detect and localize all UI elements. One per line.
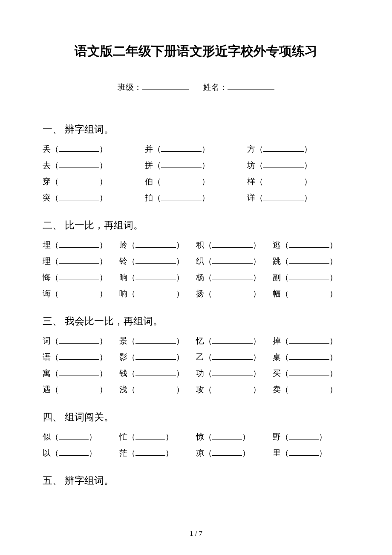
section-4-rows: 似（） 忙（） 惊（） 野（） 以（） 茫（） 凉（） 里（） — [43, 429, 349, 461]
blank[interactable] — [212, 367, 253, 376]
table-row: 诲（） 响（） 扬（） 幅（） — [43, 286, 349, 302]
fill-item: 拍（） — [145, 190, 247, 206]
blank[interactable] — [212, 272, 253, 280]
blank[interactable] — [59, 255, 99, 264]
fill-item: 似（） — [43, 429, 119, 445]
blank[interactable] — [135, 351, 176, 360]
blank[interactable] — [59, 239, 99, 248]
fill-item: 响（） — [119, 286, 196, 302]
name-input-line[interactable] — [228, 81, 274, 90]
blank[interactable] — [212, 384, 253, 392]
fill-item: 忆（） — [196, 333, 273, 349]
blank[interactable] — [263, 176, 304, 184]
table-row: 悔（） 晌（） 杨（） 副（） — [43, 269, 349, 286]
blank[interactable] — [212, 351, 253, 360]
fill-item: 跳（） — [273, 253, 349, 269]
blank[interactable] — [135, 367, 176, 376]
blank[interactable] — [135, 447, 165, 456]
blank[interactable] — [59, 431, 89, 439]
blank[interactable] — [289, 335, 329, 344]
blank[interactable] — [212, 239, 253, 248]
section-1-rows: 丢（） 并（） 方（） 去（） 拼（） 坊（） 穿（） 伯（） 样（） 突（） … — [43, 141, 349, 206]
blank[interactable] — [59, 351, 99, 360]
fill-item: 铃（） — [119, 253, 196, 269]
blank[interactable] — [289, 255, 329, 264]
blank[interactable] — [59, 192, 99, 200]
blank[interactable] — [135, 335, 176, 344]
fill-item: 晌（） — [119, 269, 196, 286]
blank[interactable] — [161, 176, 202, 184]
blank[interactable] — [161, 143, 202, 152]
fill-item: 丢（） — [43, 141, 145, 157]
table-row: 去（） 拼（） 坊（） — [43, 157, 349, 173]
blank[interactable] — [289, 384, 329, 392]
blank[interactable] — [212, 447, 242, 456]
class-label: 班级： — [118, 83, 142, 92]
blank[interactable] — [212, 288, 253, 296]
blank[interactable] — [59, 159, 99, 168]
section-4-heading: 四、 组词闯关。 — [43, 410, 349, 424]
blank[interactable] — [289, 351, 329, 360]
section-2-heading: 二、 比一比，再组词。 — [43, 219, 349, 232]
blank[interactable] — [135, 384, 176, 392]
fill-item: 理（） — [43, 253, 119, 269]
blank[interactable] — [59, 288, 99, 296]
blank[interactable] — [59, 335, 99, 344]
fill-item: 突（） — [43, 190, 145, 206]
fill-item: 方（） — [247, 141, 349, 157]
fill-item: 积（） — [196, 237, 273, 253]
blank[interactable] — [212, 255, 253, 264]
fill-item: 野（） — [273, 429, 349, 445]
blank[interactable] — [212, 431, 242, 439]
fill-item: 遇（） — [43, 382, 119, 398]
blank[interactable] — [161, 192, 202, 200]
table-row: 突（） 拍（） 详（） — [43, 190, 349, 206]
fill-item: 岭（） — [119, 237, 196, 253]
blank[interactable] — [135, 255, 176, 264]
fill-item: 穿（） — [43, 173, 145, 190]
blank[interactable] — [59, 367, 99, 376]
blank[interactable] — [59, 447, 89, 456]
fill-item: 坊（） — [247, 157, 349, 173]
blank[interactable] — [289, 272, 329, 280]
blank[interactable] — [263, 143, 304, 152]
fill-item: 语（） — [43, 349, 119, 365]
fill-item: 样（） — [247, 173, 349, 190]
blank[interactable] — [59, 272, 99, 280]
blank[interactable] — [135, 239, 176, 248]
fill-item: 凉（） — [196, 445, 273, 461]
blank[interactable] — [289, 367, 329, 376]
fill-item: 并（） — [145, 141, 247, 157]
blank[interactable] — [135, 431, 165, 439]
class-input-line[interactable] — [142, 81, 189, 90]
blank[interactable] — [212, 335, 253, 344]
table-row: 穿（） 伯（） 样（） — [43, 173, 349, 190]
fill-item: 扬（） — [196, 286, 273, 302]
student-meta: 班级： 姓名： — [43, 81, 349, 93]
fill-item: 副（） — [273, 269, 349, 286]
fill-item: 影（） — [119, 349, 196, 365]
table-row: 词（） 景（） 忆（） 掉（） — [43, 333, 349, 349]
blank[interactable] — [59, 384, 99, 392]
blank[interactable] — [161, 159, 202, 168]
fill-item: 买（） — [273, 365, 349, 382]
blank[interactable] — [59, 143, 99, 152]
fill-item: 寓（） — [43, 365, 119, 382]
name-label: 姓名： — [203, 83, 228, 92]
fill-item: 诲（） — [43, 286, 119, 302]
blank[interactable] — [289, 447, 319, 456]
blank[interactable] — [135, 288, 176, 296]
page-title: 语文版二年级下册语文形近字校外专项练习 — [43, 43, 349, 60]
blank[interactable] — [135, 272, 176, 280]
blank[interactable] — [289, 239, 329, 248]
section-3-heading: 三、 我会比一比，再组词。 — [43, 315, 349, 328]
blank[interactable] — [263, 159, 304, 168]
blank[interactable] — [263, 192, 304, 200]
blank[interactable] — [289, 431, 319, 439]
blank[interactable] — [59, 176, 99, 184]
blank[interactable] — [289, 288, 329, 296]
fill-item: 浅（） — [119, 382, 196, 398]
fill-item: 拼（） — [145, 157, 247, 173]
section-3-rows: 词（） 景（） 忆（） 掉（） 语（） 影（） 乙（） 桌（） 寓（） 钱（） … — [43, 333, 349, 398]
fill-item: 掉（） — [273, 333, 349, 349]
